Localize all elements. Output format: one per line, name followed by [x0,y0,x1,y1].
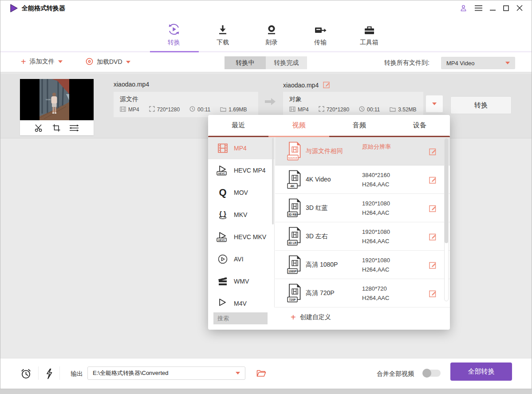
preset-edit-button[interactable] [429,204,437,212]
clapperboard-icon [216,276,229,286]
high-speed-button[interactable] [45,368,52,379]
format-list: MP4 HEVC HEVC MP4 Q MOV { } [208,137,275,307]
target-file-name: xiaodao.mp4 [283,82,319,89]
mp4-film-icon [216,143,229,153]
svg-text:3D RB: 3D RB [288,213,297,216]
format-label: HEVC MP4 [234,167,266,174]
app-title: 全能格式转换器 [22,0,65,16]
tab-burn[interactable]: 刻录 [247,21,296,47]
create-custom-button[interactable]: + 创建自定义 [291,313,331,321]
schedule-alarm-button[interactable] [20,368,32,380]
hevc-play-icon: HEVC [216,232,229,242]
merge-toggle[interactable] [423,370,441,377]
chevron-down-icon [58,60,63,63]
source-panel: 源文件 MP4 720*1280 00:11 1.69MB [114,92,258,117]
add-file-button[interactable]: + 添加文件 [21,58,63,66]
tab-converting[interactable]: 转换中 [225,56,266,69]
preset-detail: 1920*1080 H264,AAC [362,199,390,217]
target-format-dropdown-button[interactable] [426,95,443,113]
preset-edit-button[interactable] [429,232,437,240]
preset-list: source 与源文件相同 原始分辨率 4K 4K Video [275,137,450,307]
popup-tab-audio[interactable]: 音频 [329,115,390,136]
source-panel-title: 源文件 [120,95,138,103]
tab-toolbox[interactable]: 工具箱 [345,21,394,47]
preset-list-scrollbar[interactable] [444,138,449,301]
divider [59,366,60,380]
duration-icon [189,106,195,113]
svg-text:VIDEO: VIDEO [46,98,51,101]
format-list-scrollbar[interactable] [272,138,274,225]
preset-row-720p[interactable]: 720P 高清 720P 1280*720 H264,AAC [275,279,450,307]
target-info: MP4 720*1280 00:11 3.52MB [289,106,426,113]
preset-edit-button[interactable] [429,261,437,269]
popup-tab-device[interactable]: 设备 [390,115,450,136]
format-item-mov[interactable]: Q MOV [208,181,274,204]
search-input[interactable] [213,312,268,324]
format-item-hevc-mkv[interactable]: HEVC HEVC MKV [208,226,274,248]
tab-transfer[interactable]: 传输 [296,21,345,47]
tab-convert[interactable]: 转换 [150,21,198,47]
crop-button[interactable] [52,124,60,132]
output-path-input[interactable] [93,370,232,377]
preset-doc-icon: 1080P [287,255,303,277]
transfer-icon [296,21,345,36]
preset-doc-icon: 3D RB [287,198,303,221]
close-button[interactable] [516,5,523,11]
add-icon: + [21,58,26,66]
preset-scrollbar-thumb[interactable] [445,138,448,243]
format-item-hevc-mp4[interactable]: HEVC HEVC MP4 [208,159,274,181]
open-folder-button[interactable] [256,369,266,377]
minimize-button[interactable] [490,5,496,11]
output-label: 输出 [71,370,83,378]
svg-text:Q: Q [219,187,226,198]
preset-detail: 1920*1080 H264,AAC [362,227,390,246]
source-size: 1.69MB [229,106,247,113]
preset-row-4k[interactable]: 4K 4K Video 3840*2160 H264,AAC [275,165,450,194]
popup-tab-video[interactable]: 视频 [268,115,329,136]
nav-tab-label: 转换 [150,39,198,47]
rename-edit-icon[interactable] [323,81,331,90]
dvd-icon [86,58,93,67]
nav-tab-label: 工具箱 [345,39,394,47]
target-file-name-row: xiaodao.mp4 [283,81,331,90]
format-item-mkv[interactable]: { } MKV [208,204,274,226]
quicktime-icon: Q [216,187,229,198]
convert-all-button[interactable]: 全部转换 [450,362,512,381]
preset-row-3d-lr[interactable]: 3D LR 3D 左右 1920*1080 H264,AAC [275,222,450,251]
preset-edit-button[interactable] [429,289,437,297]
preset-row-3d-rb[interactable]: 3D RB 3D 红蓝 1920*1080 H264,AAC [275,194,450,222]
format-item-m4v[interactable]: M4V [208,292,274,307]
effects-button[interactable] [69,124,79,132]
format-label: MKV [234,211,247,218]
preset-resolution: 1920*1080 [362,199,390,208]
format-item-avi[interactable]: AVI [208,248,274,270]
tab-finished[interactable]: 转换完成 [266,56,307,69]
chevron-down-icon [505,62,510,64]
format-label: AVI [234,256,244,263]
cut-button[interactable] [35,124,43,132]
svg-text:1080P: 1080P [288,270,297,273]
preset-row-source[interactable]: source 与源文件相同 原始分辨率 [275,137,450,165]
output-path-select[interactable] [87,366,245,380]
preset-row-1080p[interactable]: 1080P 高清 1080P 1920*1080 H264,AAC [275,251,450,279]
thumbnail-actions [20,120,94,135]
popup-tab-recent[interactable]: 最近 [208,115,268,136]
source-resolution: 720*1280 [157,106,180,113]
maximize-button[interactable] [503,5,509,11]
tab-download[interactable]: 下载 [198,21,247,47]
matroska-icon: { } [216,209,229,220]
format-item-mp4[interactable]: MP4 [208,137,274,159]
account-icon[interactable] [460,4,467,12]
preset-name: 3D 红蓝 [306,204,328,212]
preset-edit-button[interactable] [429,147,437,155]
format-item-wmv[interactable]: WMV [208,270,274,292]
menu-icon[interactable] [475,5,482,11]
load-dvd-button[interactable]: 加载DVD [86,58,130,67]
preset-codec: H264,AAC [362,265,390,274]
preset-codec: H264,AAC [362,208,390,217]
preset-resolution: 1920*1080 [362,227,390,236]
preset-edit-button[interactable] [429,176,437,184]
convert-all-to-label: 转换所有文件到: [384,59,430,67]
output-format-select[interactable]: MP4 Video [441,57,515,69]
convert-button[interactable]: 转换 [450,96,512,114]
